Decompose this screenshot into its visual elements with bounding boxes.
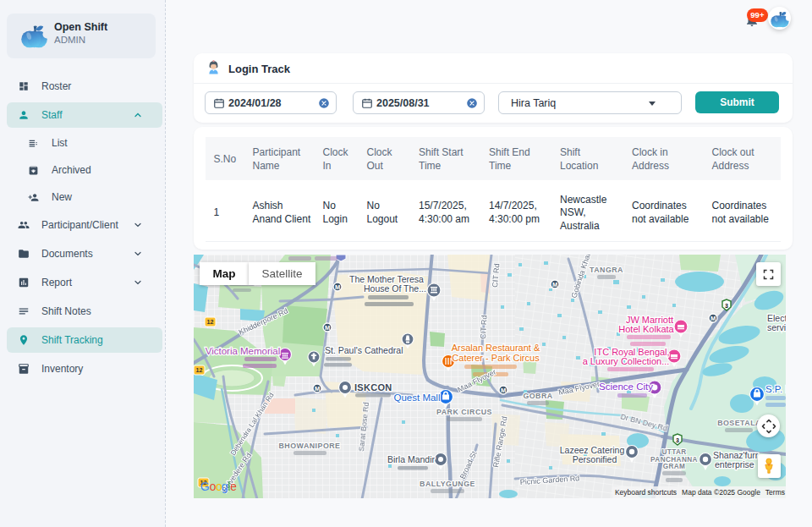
svg-text:PARK CIRCUS: PARK CIRCUS — [436, 408, 492, 416]
svg-text:GOBRA: GOBRA — [523, 392, 552, 400]
svg-text:TANGRA: TANGRA — [590, 266, 623, 274]
svg-text:M: M — [501, 387, 506, 394]
svg-text:12: 12 — [196, 367, 203, 373]
svg-text:3: 3 — [676, 437, 679, 443]
svg-text:Personified: Personified — [573, 454, 617, 464]
svg-text:ISKCON: ISKCON — [354, 382, 392, 393]
svg-text:Quest Mall: Quest Mall — [394, 393, 441, 403]
svg-text:M: M — [315, 385, 320, 393]
svg-text:GRAM: GRAM — [663, 463, 686, 470]
svg-text:Arsalan Restaurant &: Arsalan Restaurant & — [452, 343, 540, 353]
svg-text:House Of The...: House Of The... — [364, 283, 426, 294]
svg-text:Caterer - Park Circus: Caterer - Park Circus — [452, 353, 540, 363]
svg-text:M: M — [552, 281, 557, 288]
svg-text:12: 12 — [207, 319, 214, 325]
svg-text:BALLYGUNGE: BALLYGUNGE — [420, 480, 475, 488]
svg-text:a Luxury Collection...: a Luxury Collection... — [583, 356, 670, 366]
svg-text:M: M — [335, 283, 340, 291]
svg-text:M: M — [325, 324, 330, 332]
svg-text:St. Paul's Cathedral: St. Paul's Cathedral — [325, 345, 403, 355]
svg-text:servic: servic — [767, 322, 786, 332]
svg-text:BOSETALA: BOSETALA — [717, 419, 761, 427]
svg-text:Science City: Science City — [599, 382, 653, 392]
svg-text:S.P. F: S.P. F — [765, 384, 786, 394]
svg-text:CIT Rd: CIT Rd — [479, 315, 488, 339]
svg-text:Birla Mandir: Birla Mandir — [387, 454, 436, 464]
svg-text:enterprise: enterprise — [715, 459, 754, 469]
svg-text:Hotel Kolkata: Hotel Kolkata — [618, 324, 674, 334]
svg-text:BHOWANIPORE: BHOWANIPORE — [279, 442, 341, 450]
svg-text:3: 3 — [725, 303, 728, 309]
svg-text:Victoria Memorial: Victoria Memorial — [206, 346, 281, 356]
svg-text:UTTAR: UTTAR — [661, 448, 686, 456]
svg-text:M: M — [710, 315, 716, 322]
